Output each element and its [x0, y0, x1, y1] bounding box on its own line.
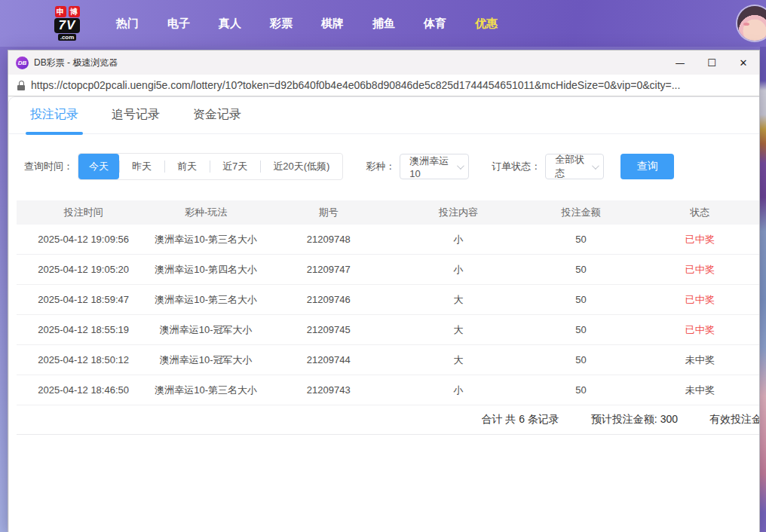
bet-content: 大	[395, 293, 521, 307]
nav-menu-item[interactable]: 优惠	[475, 17, 498, 31]
status-badge: 已中奖	[640, 293, 759, 307]
nav-menu-item[interactable]: 热门	[116, 17, 139, 31]
table-row[interactable]: 2025-04-12 19:09:56 澳洲幸运10-第三名大小 2120974…	[17, 225, 759, 255]
chevron-down-icon	[592, 162, 599, 170]
nav-menu-item[interactable]: 体育	[424, 17, 446, 31]
filter-bar: 查询时间： 今天 昨天 前天 近7天 近20天(低频) 彩种：	[24, 153, 759, 180]
lock-icon	[17, 81, 25, 90]
table-row[interactable]: 2025-04-12 18:55:19 澳洲幸运10-冠军大小 21209745…	[17, 315, 759, 345]
lottery-playtype: 澳洲幸运10-第四名大小	[150, 263, 262, 277]
record-tab[interactable]: 资金记录	[193, 107, 241, 133]
issue-number: 21209748	[262, 234, 395, 245]
bet-amount: 50	[522, 264, 641, 275]
bet-time: 2025-04-12 18:55:19	[17, 324, 150, 335]
status-badge: 未中奖	[640, 384, 759, 397]
logo-badges: 申 博	[55, 6, 80, 17]
lottery-playtype: 澳洲幸运10-第三名大小	[150, 293, 262, 307]
table-row[interactable]: 2025-04-12 18:59:47 澳洲幸运10-第三名大小 2120974…	[17, 285, 759, 315]
window-controls: — ☐ ✕	[664, 50, 759, 75]
logo-suffix-text: .com	[58, 34, 77, 41]
browser-urlbar[interactable]: https://ctopcp02pcali.uengi5e.com/lotter…	[8, 75, 759, 96]
site-logo[interactable]: 申 博 7V .com	[44, 6, 90, 41]
logo-badge-1: 申	[55, 6, 66, 17]
record-tab[interactable]: 投注记录	[30, 107, 78, 133]
issue-number: 21209743	[262, 384, 395, 396]
search-button[interactable]: 查询	[620, 154, 674, 179]
time-range-option[interactable]: 今天	[78, 154, 119, 179]
table-header-cell: 投注金额	[522, 206, 641, 219]
bet-amount: 50	[522, 234, 641, 245]
table-header-cell: 彩种-玩法	[150, 206, 262, 219]
chevron-down-icon	[457, 162, 464, 170]
summary-valid-amount: 有效投注金	[709, 413, 759, 427]
logo-main-text: 7V	[54, 18, 81, 33]
status-badge: 已中奖	[640, 263, 759, 277]
lottery-select[interactable]: 澳洲幸运10	[400, 154, 469, 179]
record-tab[interactable]: 追号记录	[112, 107, 160, 133]
issue-number: 21209744	[262, 354, 395, 365]
user-avatar[interactable]	[737, 6, 766, 41]
order-status-label: 订单状态：	[492, 160, 541, 173]
time-range-option[interactable]: 昨天	[119, 154, 164, 179]
bet-content: 大	[395, 323, 521, 337]
window-title: DB彩票 - 极速浏览器	[34, 57, 118, 69]
table-header-cell: 状态	[640, 206, 759, 219]
logo-badge-2: 博	[69, 6, 80, 17]
site-nav-menu: 热门 电子 真人 彩票 棋牌 捕鱼 体育 优惠	[116, 17, 498, 31]
lottery-playtype: 澳洲幸运10-冠军大小	[150, 353, 262, 367]
bet-content: 大	[395, 353, 521, 367]
time-range-group: 今天 昨天 前天 近7天 近20天(低频)	[78, 153, 343, 180]
table-header-row: 投注时间 彩种-玩法 期号 投注内容 投注金额 状态	[17, 200, 759, 225]
time-range-option[interactable]: 近20天(低频)	[260, 154, 342, 179]
close-button[interactable]: ✕	[728, 50, 759, 75]
issue-number: 21209745	[262, 324, 395, 335]
summary-total-records: 合计 共 6 条记录	[481, 413, 559, 427]
bet-time: 2025-04-12 18:46:50	[17, 384, 150, 396]
table-row[interactable]: 2025-04-12 19:05:20 澳洲幸运10-第四名大小 2120974…	[17, 255, 759, 285]
minimize-button[interactable]: —	[664, 50, 696, 75]
summary-row: 合计 共 6 条记录 预计投注金额: 300 有效投注金	[17, 405, 759, 435]
table-row[interactable]: 2025-04-12 18:50:12 澳洲幸运10-冠军大小 21209744…	[17, 345, 759, 375]
order-status-value: 全部状态	[555, 153, 587, 180]
nav-menu-item[interactable]: 彩票	[270, 17, 293, 31]
bet-content: 小	[395, 233, 521, 246]
bet-amount: 50	[522, 384, 641, 396]
lottery-select-value: 澳洲幸运10	[409, 154, 452, 179]
table-header-cell: 投注内容	[395, 206, 521, 219]
table-header-cell: 投注时间	[17, 206, 150, 219]
time-range-option[interactable]: 前天	[164, 154, 210, 179]
browser-app-icon: DB	[16, 57, 29, 69]
status-badge: 未中奖	[640, 353, 759, 367]
summary-expected-amount: 预计投注金额: 300	[591, 413, 678, 427]
record-tabs: 投注记录 追号记录 资金记录	[9, 97, 759, 134]
nav-menu-item[interactable]: 电子	[167, 17, 190, 31]
order-status-select[interactable]: 全部状态	[545, 154, 604, 179]
lottery-select-label: 彩种：	[366, 160, 395, 173]
nav-menu-item[interactable]: 捕鱼	[372, 17, 395, 31]
bet-amount: 50	[522, 294, 641, 305]
issue-number: 21209747	[262, 264, 395, 275]
nav-menu-item[interactable]: 真人	[219, 17, 241, 31]
nav-menu-item[interactable]: 棋牌	[321, 17, 344, 31]
window-titlebar[interactable]: DB DB彩票 - 极速浏览器 — ☐ ✕	[8, 50, 759, 75]
bet-amount: 50	[522, 354, 641, 365]
url-text[interactable]: https://ctopcp02pcali.uengi5e.com/lotter…	[31, 79, 680, 91]
table-header-cell: 期号	[262, 206, 395, 219]
bet-records-table: 投注时间 彩种-玩法 期号 投注内容 投注金额 状态	[17, 200, 759, 405]
site-top-nav: 申 博 7V .com 热门 电子 真人 彩票 棋牌 捕鱼 体育 优惠	[0, 0, 766, 47]
table-body: 2025-04-12 19:09:56 澳洲幸运10-第三名大小 2120974…	[17, 225, 759, 405]
bet-time: 2025-04-12 19:05:20	[17, 264, 150, 275]
bet-time: 2025-04-12 19:09:56	[17, 234, 150, 245]
desktop: 申 博 7V .com 热门 电子 真人 彩票 棋牌 捕鱼 体育 优惠	[0, 0, 766, 532]
time-range-option[interactable]: 近7天	[210, 154, 260, 179]
table-row[interactable]: 2025-04-12 18:46:50 澳洲幸运10-第三名大小 2120974…	[17, 375, 759, 405]
lottery-playtype: 澳洲幸运10-冠军大小	[150, 323, 262, 337]
time-filter-label: 查询时间：	[24, 160, 73, 173]
bet-content: 小	[395, 263, 521, 277]
bet-content: 小	[395, 384, 521, 397]
background-page-edge	[760, 47, 766, 532]
browser-window: DB DB彩票 - 极速浏览器 — ☐ ✕ https://ctopcp02pc…	[8, 50, 760, 532]
lottery-playtype: 澳洲幸运10-第三名大小	[150, 384, 262, 397]
maximize-button[interactable]: ☐	[696, 50, 728, 75]
bet-time: 2025-04-12 18:59:47	[17, 294, 150, 305]
